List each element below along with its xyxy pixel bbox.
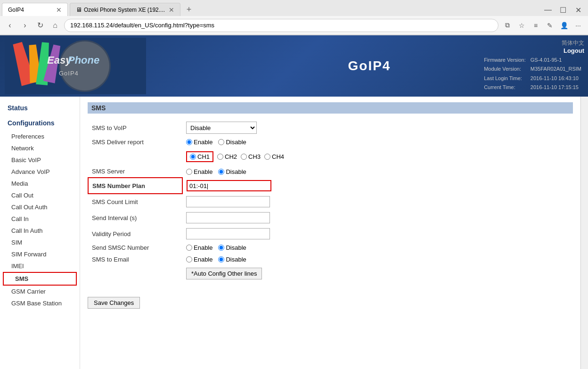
- ch4-label[interactable]: CH4: [264, 153, 284, 160]
- sidebar-item-gsm-carrier[interactable]: GSM Carrier: [0, 286, 80, 297]
- edit-button[interactable]: ✎: [544, 19, 556, 32]
- sidebar-item-status[interactable]: Status: [0, 100, 80, 115]
- sms-deliver-enable-label[interactable]: Enable: [186, 139, 212, 146]
- sidebar-item-network[interactable]: Network: [0, 142, 80, 154]
- sms-to-email-disable-radio[interactable]: [218, 256, 224, 262]
- sms-count-limit-input[interactable]: [186, 196, 270, 207]
- login-label: Last Login Time:: [482, 74, 528, 83]
- new-tab-button[interactable]: +: [182, 3, 196, 16]
- tab-goip4-close[interactable]: ✕: [56, 6, 62, 14]
- ch3-radio[interactable]: [241, 154, 247, 160]
- sms-server-enable-label[interactable]: Enable: [186, 168, 212, 175]
- window-controls: — ☐ ✕: [538, 4, 588, 16]
- ch2-text: CH2: [225, 153, 237, 160]
- send-smsc-disable-text: Disable: [226, 244, 246, 251]
- more-button[interactable]: ···: [572, 19, 584, 32]
- tab-ozeki[interactable]: 🖥 Ozeki Phone System XE (192.... ✕: [70, 3, 180, 16]
- sms-number-plan-input[interactable]: [187, 180, 271, 191]
- logo-svg: Easy Phone GoIP4: [5, 38, 146, 94]
- ch3-label[interactable]: CH3: [241, 153, 261, 160]
- send-smsc-disable-label[interactable]: Disable: [218, 244, 246, 251]
- send-interval-row: Send Interval (s): [88, 210, 572, 226]
- sms-to-email-row: SMS to Email Enable Disable: [88, 254, 572, 265]
- logout-link[interactable]: Logout: [562, 47, 584, 54]
- channel-row: CH1 CH2 CH3: [186, 150, 569, 163]
- sidebar-item-call-out[interactable]: Call Out: [0, 189, 80, 201]
- sidebar-item-sim[interactable]: SIM: [0, 237, 80, 248]
- svg-text:Phone: Phone: [68, 54, 99, 66]
- sms-server-disable-text: Disable: [226, 168, 246, 175]
- header: Easy Phone GoIP4 GoIP4 简体中文 Logout Firmw…: [0, 35, 588, 97]
- sidebar-item-gsm-base-station[interactable]: GSM Base Station: [0, 297, 80, 309]
- tab-ozeki-close[interactable]: ✕: [169, 6, 174, 14]
- sms-number-plan-label: SMS Number Plan: [88, 178, 182, 194]
- sms-to-email-enable-radio[interactable]: [186, 256, 192, 262]
- ch1-radio[interactable]: [190, 154, 196, 160]
- lang-link[interactable]: 简体中文: [562, 39, 584, 47]
- sms-deliver-enable-radio[interactable]: [186, 139, 192, 145]
- sidebar-item-call-out-auth[interactable]: Call Out Auth: [0, 201, 80, 213]
- sms-to-email-disable-label[interactable]: Disable: [218, 256, 246, 263]
- sms-to-email-enable-label[interactable]: Enable: [186, 256, 212, 263]
- sidebar-item-call-in[interactable]: Call In: [0, 213, 80, 225]
- sidebar-item-media[interactable]: Media: [0, 178, 80, 189]
- send-smsc-enable-text: Enable: [194, 244, 212, 251]
- ch4-radio[interactable]: [264, 154, 270, 160]
- back-button[interactable]: ‹: [4, 19, 16, 32]
- sidebar-item-preferences[interactable]: Preferences: [0, 131, 80, 142]
- sidebar-item-imei[interactable]: IMEI: [0, 260, 80, 272]
- sidebar-item-advance-voip[interactable]: Advance VoIP: [0, 166, 80, 178]
- tab-ozeki-icon: 🖥: [76, 6, 82, 13]
- ch2-label[interactable]: CH2: [217, 153, 237, 160]
- sms-to-email-enable-text: Enable: [194, 256, 212, 263]
- sidebar-item-call-in-auth[interactable]: Call In Auth: [0, 225, 80, 237]
- auto-config-cell: *Auto Config Other lines: [182, 265, 572, 282]
- current-value: 2016-11-10 17:15:15: [529, 83, 583, 92]
- tab-goip4-label: GoIP4: [8, 7, 52, 13]
- module-label: Module Version:: [482, 65, 528, 74]
- sms-server-disable-label[interactable]: Disable: [218, 168, 246, 175]
- refresh-button[interactable]: ↻: [34, 19, 46, 32]
- sidebar-item-basic-voip[interactable]: Basic VoIP: [0, 154, 80, 166]
- sms-server-cell: Enable Disable: [182, 165, 572, 178]
- auto-config-button[interactable]: *Auto Config Other lines: [186, 268, 262, 279]
- sms-to-voip-select[interactable]: Disable Enable: [186, 122, 257, 134]
- login-value: 2016-11-10 16:43:10: [529, 74, 583, 83]
- content-area: SMS SMS to VoIP Disable Enable SMS Deliv…: [80, 97, 580, 369]
- address-input[interactable]: [64, 19, 498, 32]
- maximize-button[interactable]: ☐: [557, 4, 569, 16]
- sms-to-voip-cell: Disable Enable: [182, 119, 572, 136]
- sms-deliver-disable-radio[interactable]: [218, 139, 224, 145]
- logo-area: Easy Phone GoIP4: [0, 35, 151, 97]
- home-button[interactable]: ⌂: [49, 19, 61, 32]
- sms-server-enable-radio[interactable]: [186, 169, 192, 175]
- ch2-radio[interactable]: [217, 154, 223, 160]
- send-smsc-cell: Enable Disable: [182, 242, 572, 254]
- validity-period-input[interactable]: [186, 228, 270, 239]
- close-button[interactable]: ✕: [572, 4, 584, 16]
- bookmark-button[interactable]: ☆: [515, 19, 528, 32]
- send-smsc-enable-label[interactable]: Enable: [186, 244, 212, 251]
- validity-period-label: Validity Period: [88, 226, 182, 242]
- ch1-label[interactable]: CH1: [190, 153, 210, 160]
- sms-number-plan-row: SMS Number Plan: [88, 178, 572, 194]
- save-changes-button[interactable]: Save Changes: [88, 297, 140, 309]
- sms-server-disable-radio[interactable]: [218, 169, 224, 175]
- tab-overview-button[interactable]: ⧉: [501, 19, 514, 32]
- send-interval-input[interactable]: [186, 212, 270, 223]
- user-button[interactable]: 👤: [558, 19, 570, 32]
- app-container: Easy Phone GoIP4 GoIP4 简体中文 Logout Firmw…: [0, 35, 588, 369]
- ch4-text: CH4: [272, 153, 284, 160]
- tab-goip4[interactable]: GoIP4 ✕: [2, 3, 68, 16]
- send-smsc-enable-radio[interactable]: [186, 245, 192, 251]
- sms-deliver-disable-label[interactable]: Disable: [218, 139, 246, 146]
- sidebar-item-sms[interactable]: SMS: [3, 272, 77, 286]
- scrollbar-right[interactable]: [580, 97, 588, 369]
- sms-to-voip-row: SMS to VoIP Disable Enable: [88, 119, 572, 136]
- auto-config-row: *Auto Config Other lines: [88, 265, 572, 282]
- forward-button[interactable]: ›: [19, 19, 31, 32]
- send-smsc-disable-radio[interactable]: [218, 245, 224, 251]
- menu-button[interactable]: ≡: [530, 19, 542, 32]
- minimize-button[interactable]: —: [542, 4, 554, 16]
- sidebar-item-sim-forward[interactable]: SIM Forward: [0, 248, 80, 260]
